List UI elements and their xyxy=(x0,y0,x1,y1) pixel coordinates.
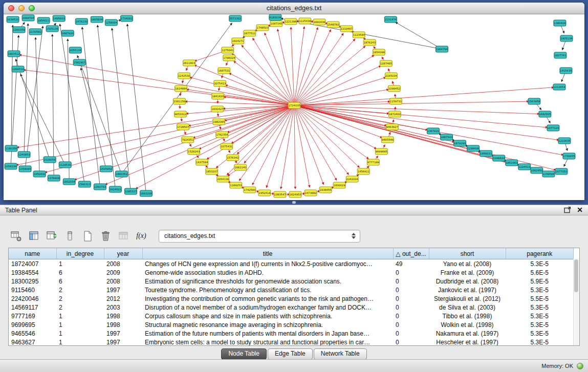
table-cell[interactable]: 5.9E-5 xyxy=(506,277,574,286)
table-cell[interactable]: Nakamura et al. (1997) xyxy=(429,329,506,338)
import-table-button[interactable] xyxy=(117,229,130,243)
table-cell[interactable]: 5.3E-5 xyxy=(506,259,574,269)
table-cell[interactable]: 2009 xyxy=(104,268,142,277)
table-cell[interactable]: 6 xyxy=(56,277,104,286)
table-scrollbar-thumb[interactable] xyxy=(574,259,578,292)
table-cell[interactable]: 5.3E-5 xyxy=(506,329,574,338)
close-window-button[interactable] xyxy=(8,5,14,11)
edit-columns-button[interactable] xyxy=(45,229,58,243)
table-cell[interactable]: Wolkin et al. (1998) xyxy=(429,320,506,329)
minimize-window-button[interactable] xyxy=(18,5,25,11)
table-cell[interactable]: 1 xyxy=(56,338,104,346)
zoom-window-button[interactable] xyxy=(29,5,35,11)
table-cell[interactable]: Embryonic stem cells: a model to study s… xyxy=(142,338,393,346)
table-cell[interactable]: 0 xyxy=(393,303,429,312)
table-cell[interactable]: 2012 xyxy=(104,294,142,303)
table-row[interactable]: 1872400712008Changes of HCN gene express… xyxy=(9,259,574,269)
table-cell[interactable]: Franke et al. (2009) xyxy=(429,268,506,277)
table-cell[interactable]: 5.5E-5 xyxy=(506,294,574,303)
table-cell[interactable]: 5.3E-5 xyxy=(506,303,574,312)
table-cell[interactable]: 5.3E-5 xyxy=(506,338,574,346)
table-cell[interactable]: 6 xyxy=(56,268,104,277)
tab-node-table[interactable]: Node Table xyxy=(221,348,267,360)
table-cell[interactable]: Dudbridge et al. (2008) xyxy=(429,277,506,286)
network-window-titlebar[interactable]: citations_edges.txt xyxy=(4,3,584,14)
table-cell[interactable]: 9699695 xyxy=(9,320,56,329)
table-cell[interactable]: Changes of HCN gene expression and I(f) … xyxy=(142,259,393,269)
table-cell[interactable]: 1997 xyxy=(104,338,142,346)
table-cell[interactable]: 0 xyxy=(393,268,429,277)
table-cell[interactable]: 0 xyxy=(393,312,429,320)
column-button[interactable] xyxy=(63,229,76,243)
network-canvas[interactable]: 1724035261180312425301914884238115696533… xyxy=(4,14,584,200)
table-row[interactable]: 1830029562008Estimation of significance … xyxy=(9,277,574,286)
table-cell[interactable]: 5.6E-5 xyxy=(506,268,574,277)
tab-network-table[interactable]: Network Table xyxy=(314,348,367,360)
table-cell[interactable]: 1 xyxy=(56,320,104,329)
table-row[interactable]: 2242004622012Investigating the contribut… xyxy=(9,294,574,303)
column-header-year[interactable]: year xyxy=(104,248,142,259)
function-builder-button[interactable]: f(x) xyxy=(135,229,148,243)
network-graph[interactable]: 1724035261180312425301914884238115696533… xyxy=(4,14,584,200)
create-table-button[interactable] xyxy=(81,229,94,243)
table-cell[interactable]: 5.3E-5 xyxy=(506,320,574,329)
table-row[interactable]: 946554611997Estimation of the future num… xyxy=(9,329,574,338)
table-cell[interactable]: 9463627 xyxy=(9,338,56,346)
table-cell[interactable]: 0 xyxy=(393,320,429,329)
table-cell[interactable]: Estimation of significance thresholds fo… xyxy=(142,277,393,286)
table-selector[interactable]: citations_edges.txt xyxy=(159,230,360,243)
table-cell[interactable]: Stergiakouli et al. (2012) xyxy=(429,294,506,303)
table-cell[interactable]: 1997 xyxy=(104,329,142,338)
table-cell[interactable]: 0 xyxy=(393,338,429,346)
table-cell[interactable]: Estimation of the future numbers of pati… xyxy=(142,329,393,338)
split-divider-handle[interactable] xyxy=(292,201,296,204)
table-cell[interactable]: 5.3E-5 xyxy=(506,286,574,294)
table-cell[interactable]: Hescheler et al. (1997) xyxy=(429,338,506,346)
table-cell[interactable]: Tourette syndrome. Phenomenology and cla… xyxy=(142,286,393,294)
table-cell[interactable]: 9115460 xyxy=(9,286,56,294)
column-header-name[interactable]: name xyxy=(9,248,56,259)
table-cell[interactable]: 1 xyxy=(56,312,104,320)
show-columns-button[interactable] xyxy=(27,229,40,243)
table-cell[interactable]: 2003 xyxy=(104,303,142,312)
table-row[interactable]: 946362711997Embryonic stem cells: a mode… xyxy=(9,338,574,346)
table-cell[interactable]: 1 xyxy=(56,329,104,338)
column-header-out_de[interactable]: △ out_de... xyxy=(393,248,429,259)
table-cell[interactable]: 18300295 xyxy=(9,277,56,286)
table-cell[interactable]: 0 xyxy=(393,329,429,338)
column-header-in_degree[interactable]: in_degree xyxy=(56,248,104,259)
table-cell[interactable]: 9465546 xyxy=(9,329,56,338)
table-cell[interactable]: 49 xyxy=(393,259,429,269)
table-cell[interactable]: 0 xyxy=(393,286,429,294)
table-cell[interactable]: 1997 xyxy=(104,286,142,294)
table-cell[interactable]: Tibbo et al. (1998) xyxy=(429,312,506,320)
table-cell[interactable]: Structural magnetic resonance image aver… xyxy=(142,320,393,329)
table-cell[interactable]: 0 xyxy=(393,277,429,286)
table-cell[interactable]: 9777169 xyxy=(9,312,56,320)
table-mode-button[interactable] xyxy=(9,229,23,243)
tab-edge-table[interactable]: Edge Table xyxy=(268,348,313,360)
table-row[interactable]: 911546021997Tourette syndrome. Phenomeno… xyxy=(9,286,574,294)
table-cell[interactable]: Corpus callosum shape and size in male p… xyxy=(142,312,393,320)
table-cell[interactable]: 14569117 xyxy=(9,303,56,312)
table-cell[interactable]: 5.3E-5 xyxy=(506,312,574,320)
table-cell[interactable]: de Silva et al. (2003) xyxy=(429,303,506,312)
table-cell[interactable]: Investigating the contribution of common… xyxy=(142,294,393,303)
table-cell[interactable]: 2 xyxy=(56,303,104,312)
table-cell[interactable]: 2008 xyxy=(104,277,142,286)
table-cell[interactable]: 1998 xyxy=(104,312,142,320)
table-cell[interactable]: 18724007 xyxy=(9,259,56,269)
table-cell[interactable]: 22420046 xyxy=(9,294,56,303)
delete-table-button[interactable] xyxy=(99,229,112,243)
column-header-short[interactable]: short xyxy=(429,248,506,259)
column-header-pagerank[interactable]: pagerank xyxy=(506,248,574,259)
table-row[interactable]: 1938455462009Genome-wide association stu… xyxy=(9,268,574,277)
table-scrollbar[interactable] xyxy=(573,258,579,345)
table-cell[interactable]: 19384554 xyxy=(9,268,56,277)
table-cell[interactable]: Jankovic et al. (1997) xyxy=(429,286,506,294)
close-panel-icon[interactable]: ✕ xyxy=(577,205,583,215)
float-panel-icon[interactable] xyxy=(564,207,571,213)
table-cell[interactable]: 1 xyxy=(56,259,104,269)
table-row[interactable]: 1456911722003Disruption of a novel membe… xyxy=(9,303,574,312)
table-cell[interactable]: Yano et al. (2008) xyxy=(429,259,506,269)
